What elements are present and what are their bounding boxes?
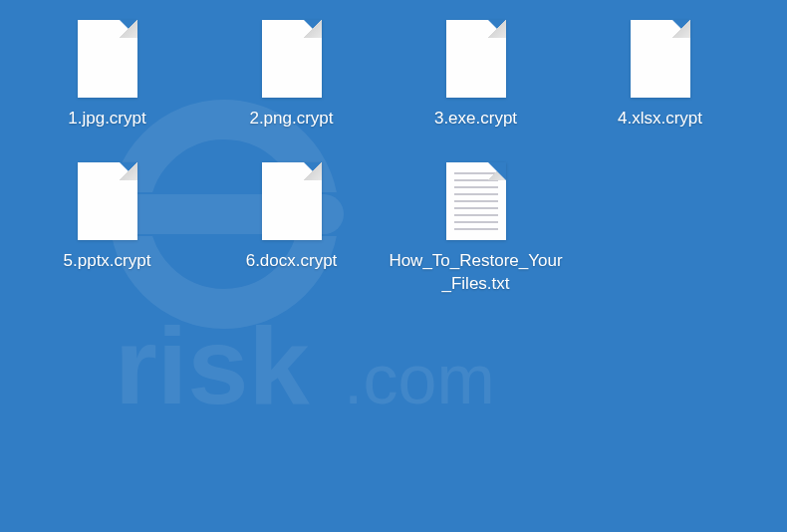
desktop-area: 1.jpg.crypt 2.png.crypt 3.exe.crypt 4.xl…	[0, 0, 787, 532]
file-label: 1.jpg.crypt	[68, 106, 145, 133]
file-item[interactable]: 6.docx.crypt	[204, 162, 379, 298]
file-label: 5.pptx.crypt	[64, 248, 151, 275]
blank-file-icon	[78, 162, 137, 240]
file-label: 4.xlsx.crypt	[618, 106, 702, 133]
blank-file-icon	[262, 20, 322, 98]
file-item[interactable]: 1.jpg.crypt	[20, 20, 194, 133]
file-item[interactable]: 4.xlsx.crypt	[573, 20, 747, 133]
file-item[interactable]: 5.pptx.crypt	[20, 162, 194, 298]
file-label: 6.docx.crypt	[246, 248, 338, 275]
text-file-icon	[446, 162, 506, 240]
blank-file-icon	[262, 162, 322, 240]
blank-file-icon	[78, 20, 137, 98]
file-item[interactable]: 2.png.crypt	[204, 20, 379, 133]
blank-file-icon	[446, 20, 506, 98]
file-label: How_To_Restore_Your_Files.txt	[389, 248, 563, 298]
file-label: 2.png.crypt	[249, 106, 333, 133]
file-item[interactable]: 3.exe.crypt	[389, 20, 563, 133]
file-item[interactable]: How_To_Restore_Your_Files.txt	[389, 162, 563, 298]
blank-file-icon	[631, 20, 690, 98]
file-label: 3.exe.crypt	[434, 106, 517, 133]
